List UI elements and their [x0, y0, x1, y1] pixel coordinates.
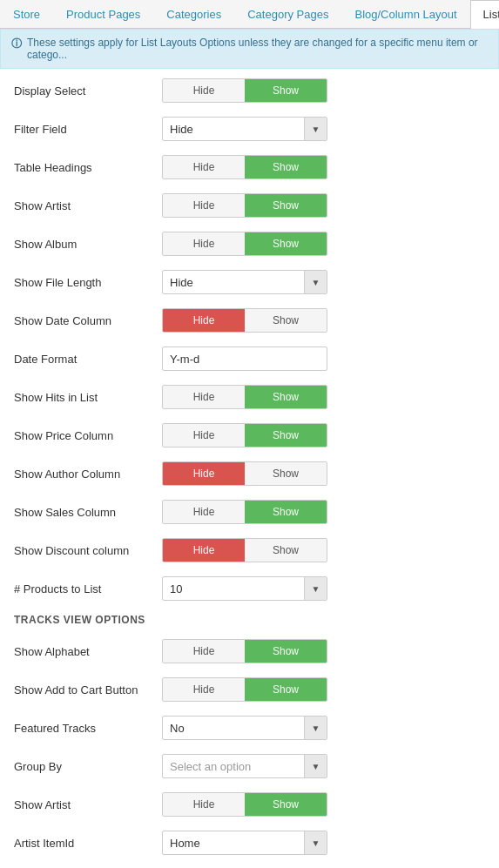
toggle-show-hits-in-list-hide[interactable]: Hide: [163, 386, 245, 408]
toggle-show-add-to-cart-show[interactable]: Show: [245, 678, 327, 701]
control-artist-itemid: Home ▼: [162, 831, 485, 855]
setting-row-group-by: Group By Select an option ▼: [14, 753, 485, 779]
setting-row-show-add-to-cart: Show Add to Cart Button Hide Show: [14, 676, 485, 703]
control-show-sales-column: Hide Show: [162, 500, 485, 524]
dropdown-products-to-list[interactable]: 10 ▼: [162, 576, 327, 601]
label-filter-field: Filter Field: [14, 123, 162, 136]
toggle-show-discount-column-hide[interactable]: Hide: [163, 539, 245, 562]
label-group-by: Group By: [14, 760, 162, 773]
chevron-down-icon-group-by: ▼: [304, 755, 327, 777]
setting-row-table-headings: Table Headings Hide Show: [14, 154, 485, 180]
chevron-down-icon-products: ▼: [304, 577, 327, 600]
toggle-show-alphabet[interactable]: Hide Show: [162, 639, 327, 663]
setting-row-show-sales-column: Show Sales Column Hide Show: [14, 499, 485, 525]
setting-row-show-price-column: Show Price Column Hide Show: [14, 422, 485, 448]
toggle-show-alphabet-hide[interactable]: Hide: [163, 640, 245, 663]
toggle-show-artist[interactable]: Hide Show: [162, 193, 327, 218]
label-show-artist-tracks: Show Artist: [14, 798, 162, 811]
label-products-to-list: # Products to List: [14, 582, 162, 595]
toggle-show-price-column-show[interactable]: Show: [245, 424, 327, 447]
toggle-display-select-show[interactable]: Show: [245, 79, 327, 102]
toggle-display-select-hide[interactable]: Hide: [163, 79, 245, 102]
setting-row-featured-tracks: Featured Tracks No ▼: [14, 715, 485, 741]
chevron-down-icon: ▼: [304, 118, 327, 140]
tab-blog-column-layout[interactable]: Blog/Column Layout: [341, 0, 469, 28]
control-products-to-list: 10 ▼: [162, 576, 485, 601]
input-date-format[interactable]: [162, 347, 327, 371]
toggle-show-discount-column-show[interactable]: Show: [245, 539, 327, 562]
control-show-hits-in-list: Hide Show: [162, 385, 485, 409]
toggle-show-artist-tracks[interactable]: Hide Show: [162, 792, 327, 817]
setting-row-date-format: Date Format: [14, 346, 485, 372]
toggle-show-artist-tracks-show[interactable]: Show: [245, 793, 327, 816]
toggle-table-headings-show[interactable]: Show: [245, 156, 327, 178]
toggle-show-author-column-hide[interactable]: Hide: [163, 462, 245, 485]
toggle-show-author-column[interactable]: Hide Show: [162, 461, 327, 486]
control-show-artist: Hide Show: [162, 193, 485, 218]
dropdown-artist-itemid-value: Home: [163, 837, 304, 850]
dropdown-show-file-length[interactable]: Hide ▼: [162, 270, 327, 294]
toggle-show-discount-column[interactable]: Hide Show: [162, 538, 327, 562]
chevron-down-icon-featured-tracks: ▼: [304, 717, 327, 739]
toggle-show-author-column-show[interactable]: Show: [245, 462, 327, 485]
dropdown-products-to-list-value: 10: [163, 582, 304, 595]
toggle-show-date-column[interactable]: Hide Show: [162, 308, 327, 333]
tab-product-pages[interactable]: Product Pages: [53, 0, 153, 28]
control-show-price-column: Hide Show: [162, 423, 485, 447]
toggle-show-album[interactable]: Hide Show: [162, 232, 327, 256]
toggle-show-price-column[interactable]: Hide Show: [162, 423, 327, 447]
label-show-add-to-cart: Show Add to Cart Button: [14, 683, 162, 696]
toggle-show-artist-show[interactable]: Show: [245, 194, 327, 217]
toggle-table-headings-hide[interactable]: Hide: [163, 156, 245, 178]
control-show-author-column: Hide Show: [162, 461, 485, 486]
setting-row-artist-itemid: Artist ItemId Home ▼: [14, 830, 485, 856]
tab-category-pages[interactable]: Category Pages: [234, 0, 341, 28]
label-show-file-length: Show File Length: [14, 276, 162, 289]
toggle-show-artist-tracks-hide[interactable]: Hide: [163, 793, 245, 816]
tab-categories[interactable]: Categories: [153, 0, 234, 28]
tab-list-layouts[interactable]: List Layouts: [470, 0, 499, 29]
toggle-show-alphabet-show[interactable]: Show: [245, 640, 327, 663]
toggle-show-price-column-hide[interactable]: Hide: [163, 424, 245, 447]
setting-row-display-select: Display Select Hide Show: [14, 77, 485, 104]
control-group-by: Select an option ▼: [162, 754, 485, 778]
info-icon: ⓘ: [11, 37, 22, 51]
toggle-table-headings[interactable]: Hide Show: [162, 155, 327, 179]
dropdown-filter-field[interactable]: Hide ▼: [162, 117, 327, 141]
dropdown-featured-tracks-value: No: [163, 722, 304, 735]
toggle-show-sales-column-hide[interactable]: Hide: [163, 501, 245, 523]
tab-bar: Store Product Pages Categories Category …: [0, 0, 499, 29]
toggle-show-sales-column[interactable]: Hide Show: [162, 500, 327, 524]
toggle-show-add-to-cart[interactable]: Hide Show: [162, 677, 327, 702]
label-date-format: Date Format: [14, 353, 162, 366]
dropdown-group-by[interactable]: Select an option ▼: [162, 754, 327, 778]
control-show-alphabet: Hide Show: [162, 639, 485, 663]
toggle-show-album-show[interactable]: Show: [245, 232, 327, 255]
setting-row-show-date-column: Show Date Column Hide Show: [14, 307, 485, 333]
tab-store[interactable]: Store: [0, 0, 53, 28]
dropdown-featured-tracks[interactable]: No ▼: [162, 716, 327, 740]
toggle-show-date-column-hide[interactable]: Hide: [163, 309, 245, 332]
toggle-show-date-column-show[interactable]: Show: [245, 309, 327, 332]
control-show-album: Hide Show: [162, 232, 485, 256]
label-show-artist: Show Artist: [14, 199, 162, 212]
control-show-date-column: Hide Show: [162, 308, 485, 333]
label-show-date-column: Show Date Column: [14, 314, 162, 327]
label-show-hits-in-list: Show Hits in List: [14, 391, 162, 404]
info-banner: ⓘ These settings apply for List Layouts …: [0, 29, 499, 69]
toggle-show-album-hide[interactable]: Hide: [163, 232, 245, 255]
toggle-show-artist-hide[interactable]: Hide: [163, 194, 245, 217]
label-show-author-column: Show Author Column: [14, 468, 162, 481]
label-table-headings: Table Headings: [14, 161, 162, 174]
toggle-show-hits-in-list-show[interactable]: Show: [245, 386, 327, 408]
label-show-sales-column: Show Sales Column: [14, 506, 162, 519]
setting-row-show-discount-column: Show Discount column Hide Show: [14, 537, 485, 563]
label-show-alphabet: Show Alphabet: [14, 645, 162, 658]
toggle-display-select[interactable]: Hide Show: [162, 78, 327, 103]
toggle-show-hits-in-list[interactable]: Hide Show: [162, 385, 327, 409]
setting-row-show-author-column: Show Author Column Hide Show: [14, 461, 485, 487]
toggle-show-sales-column-show[interactable]: Show: [245, 501, 327, 523]
setting-row-filter-field: Filter Field Hide ▼: [14, 116, 485, 142]
dropdown-artist-itemid[interactable]: Home ▼: [162, 831, 327, 855]
toggle-show-add-to-cart-hide[interactable]: Hide: [163, 678, 245, 701]
